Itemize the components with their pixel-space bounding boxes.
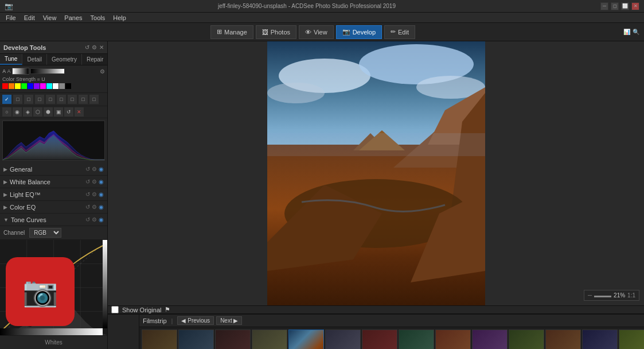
brush-mode-icon[interactable]: ⬢ (44, 107, 53, 117)
swatch-blue[interactable] (28, 83, 33, 89)
swatch-green[interactable] (21, 83, 27, 89)
restore-btn[interactable]: ◻ (611, 2, 619, 10)
show-original-icon: ⚑ (165, 306, 170, 313)
thumb-5[interactable] (325, 329, 361, 350)
section-reset-wb[interactable]: ↺ (85, 179, 90, 185)
tools-row: ✓ □ □ □ □ □ □ □ □ (0, 93, 107, 106)
swatch-magenta[interactable] (40, 83, 46, 89)
center-area[interactable]: ─ ▬▬▬ 21% 1:1 (108, 41, 644, 305)
section-label-leq: Light EQ™ (10, 191, 85, 198)
swatch-cyan[interactable] (46, 83, 52, 89)
minus-icon[interactable]: ─ (588, 292, 592, 298)
close-panel-icon[interactable]: ✕ (99, 44, 104, 51)
brush-tool[interactable]: ✓ (2, 95, 11, 104)
brush-type-icon[interactable]: ▣ (54, 107, 63, 117)
tab-repair[interactable]: Repair (82, 54, 108, 65)
thumb-11[interactable] (545, 329, 581, 350)
brush-flow-icon[interactable]: ⬡ (33, 107, 42, 117)
zoom-ratio[interactable]: 1:1 (627, 292, 635, 298)
swatch-red[interactable] (2, 83, 8, 89)
filmstrip-main: Filmstrip | ◀ Previous Next ▶ ✕ (139, 315, 644, 349)
swatch-white[interactable] (53, 83, 58, 89)
menu-help[interactable]: Help (110, 14, 130, 22)
brush-reset-icon[interactable]: ↺ (64, 107, 73, 117)
maximize-btn[interactable]: ⬜ (621, 2, 629, 10)
brush-size-icon[interactable]: ○ (2, 107, 11, 117)
swatch-black[interactable] (65, 83, 71, 89)
channel-select[interactable]: RGB Red Green Blue (29, 228, 61, 238)
brush-hardness-icon[interactable]: ◉ (13, 107, 22, 117)
menu-file[interactable]: File (2, 14, 19, 22)
section-settings-tc[interactable]: ⚙ (92, 216, 97, 223)
view-btn[interactable]: 👁 View (299, 25, 334, 39)
swatch-orange[interactable] (9, 83, 14, 89)
menu-edit[interactable]: Edit (21, 14, 38, 22)
section-settings-general[interactable]: ⚙ (92, 166, 97, 172)
crop-tool[interactable]: □ (35, 95, 44, 104)
swatch-gray[interactable] (59, 83, 65, 89)
photos-btn[interactable]: 🖼 Photos (256, 25, 296, 39)
thumb-7[interactable] (399, 329, 434, 350)
heal-tool[interactable]: □ (57, 95, 66, 104)
section-toggle-tc[interactable]: ◉ (99, 216, 104, 223)
thumb-10[interactable] (509, 329, 544, 350)
section-settings-leq[interactable]: ⚙ (92, 191, 97, 197)
thumb-2[interactable] (215, 329, 251, 350)
thumb-8[interactable] (435, 329, 471, 350)
thumb-0[interactable] (142, 329, 177, 350)
next-button[interactable]: Next ▶ (216, 316, 242, 325)
section-toggle-leq[interactable]: ◉ (99, 191, 104, 197)
section-settings-wb[interactable]: ⚙ (92, 179, 97, 185)
section-general[interactable]: ▶ General ↺ ⚙ ◉ (0, 163, 107, 176)
tab-tune[interactable]: Tune (0, 54, 22, 65)
text-tool[interactable]: □ (68, 95, 77, 104)
minimize-btn[interactable]: ─ (600, 2, 608, 10)
thumb-9[interactable] (472, 329, 508, 350)
main-photo (267, 41, 485, 305)
swatch-yellow[interactable] (15, 83, 21, 89)
thumb-3[interactable] (252, 329, 287, 350)
zoom-level: 21% (614, 292, 625, 298)
close-btn[interactable]: ✕ (631, 2, 639, 10)
repair-tab-label: Repair (87, 56, 103, 63)
section-light-eq[interactable]: ▶ Light EQ™ ↺ ⚙ ◉ (0, 188, 107, 201)
menu-view[interactable]: View (40, 14, 60, 22)
gradient-tool[interactable]: □ (79, 95, 88, 104)
thumb-13[interactable] (619, 329, 644, 350)
section-reset-tc[interactable]: ↺ (85, 216, 90, 223)
prev-button[interactable]: ◀ Previous (177, 316, 214, 325)
develop-btn[interactable]: 📷 Develop (336, 25, 382, 39)
lasso-tool[interactable]: □ (24, 95, 33, 104)
settings-icon-2[interactable]: ⚙ (100, 68, 105, 75)
brush-delete-icon[interactable]: ✕ (75, 107, 84, 117)
filmstrip-scroll[interactable] (139, 327, 644, 349)
tab-geometry[interactable]: Geometry (47, 54, 82, 65)
clone-tool[interactable]: □ (46, 95, 55, 104)
settings-icon[interactable]: ⚙ (92, 44, 97, 51)
thumb-6[interactable] (362, 329, 397, 350)
section-toggle-general[interactable]: ◉ (99, 166, 104, 172)
eraser-tool[interactable]: □ (89, 95, 99, 104)
section-reset-general[interactable]: ↺ (85, 166, 90, 172)
tab-detail[interactable]: Detail (22, 54, 47, 65)
menu-tools[interactable]: Tools (87, 14, 109, 22)
section-white-balance[interactable]: ▶ White Balance ↺ ⚙ ◉ (0, 176, 107, 188)
section-toggle-ceq[interactable]: ◉ (99, 204, 104, 210)
manage-btn[interactable]: ⊞ Manage (210, 25, 253, 39)
thumb-12[interactable] (582, 329, 618, 350)
section-color-eq[interactable]: ▶ Color EQ ↺ ⚙ ◉ (0, 201, 107, 214)
zoom-slider[interactable]: ▬▬▬ (594, 292, 611, 298)
brush-opacity-icon[interactable]: ◈ (23, 107, 32, 117)
section-toggle-wb[interactable]: ◉ (99, 179, 104, 185)
thumb-4[interactable] (288, 329, 324, 350)
show-original-checkbox[interactable] (111, 306, 119, 313)
section-settings-ceq[interactable]: ⚙ (92, 204, 97, 210)
select-tool[interactable]: □ (13, 95, 22, 104)
section-reset-leq[interactable]: ↺ (85, 191, 90, 197)
menu-panes[interactable]: Panes (61, 14, 85, 22)
edit-btn[interactable]: ✏ Edit (384, 25, 415, 39)
swatch-purple[interactable] (34, 83, 40, 89)
refresh-icon[interactable]: ↺ (85, 44, 89, 51)
thumb-1[interactable] (178, 329, 214, 350)
section-reset-ceq[interactable]: ↺ (85, 204, 90, 210)
